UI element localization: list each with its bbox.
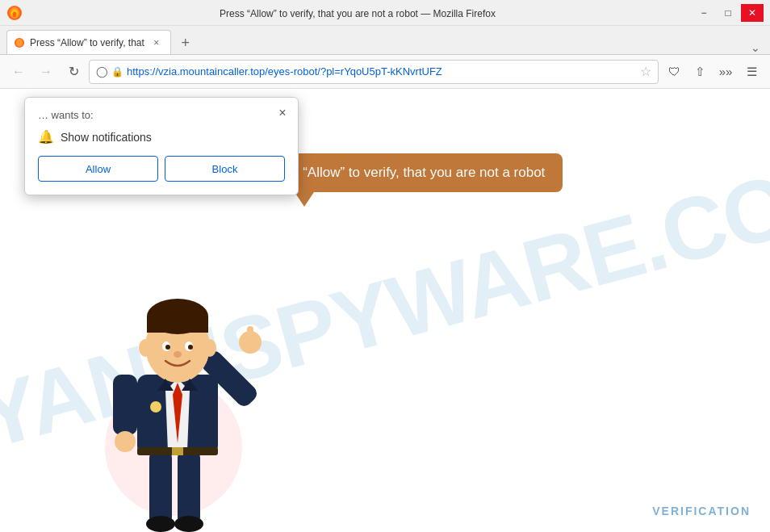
url-input[interactable]: [127, 65, 637, 77]
titlebar-controls: − □ ✕: [693, 4, 764, 22]
tab-close-button[interactable]: ×: [149, 36, 164, 50]
svg-point-30: [150, 401, 161, 413]
share-button[interactable]: ⇧: [688, 60, 712, 84]
svg-rect-6: [149, 451, 172, 524]
svg-rect-32: [172, 447, 183, 455]
notification-popup: × … wants to: 🔔 Show notifications Allow…: [24, 97, 299, 195]
new-tab-button[interactable]: +: [174, 31, 197, 54]
person-illustration: [85, 249, 270, 532]
svg-rect-13: [113, 375, 137, 435]
svg-point-5: [16, 39, 23, 47]
svg-point-14: [115, 431, 136, 452]
popup-permission-row: 🔔 Show notifications: [38, 129, 285, 145]
popup-permission-label: Show notifications: [61, 131, 152, 144]
firefox-logo-icon: [6, 5, 23, 21]
popup-wants-to-text: … wants to:: [38, 109, 285, 121]
svg-point-25: [139, 339, 152, 357]
svg-point-8: [146, 516, 175, 532]
close-button[interactable]: ✕: [741, 4, 764, 22]
extensions-button[interactable]: »»: [714, 60, 738, 84]
svg-point-24: [188, 345, 193, 350]
forward-button[interactable]: →: [34, 60, 58, 84]
verification-badge: VERIFICATION: [652, 505, 751, 517]
popup-close-button[interactable]: ×: [274, 104, 291, 122]
navbar: ← → ↻ ◯ 🔒 ☆ 🛡 ⇧ »» ☰: [0, 55, 770, 89]
svg-point-9: [174, 516, 203, 532]
svg-point-3: [13, 11, 17, 17]
svg-rect-7: [178, 451, 200, 524]
svg-point-23: [165, 345, 170, 350]
popup-buttons: Allow Block: [38, 156, 285, 182]
svg-point-27: [174, 351, 182, 358]
shield-button[interactable]: 🛡: [662, 60, 686, 84]
titlebar-left: [6, 5, 23, 21]
menu-button[interactable]: ☰: [739, 60, 764, 84]
svg-rect-17: [247, 326, 253, 346]
tab-favicon-icon: [14, 37, 25, 48]
back-button[interactable]: ←: [6, 60, 31, 84]
allow-button[interactable]: Allow: [38, 156, 158, 182]
titlebar-title: Press “Allow” to verify, that you are no…: [220, 8, 496, 19]
minimize-button[interactable]: −: [693, 4, 715, 22]
nav-right-icons: 🛡 ⇧ »» ☰: [662, 60, 764, 84]
bell-icon: 🔔: [38, 129, 54, 145]
tab-overflow-button[interactable]: ⌄: [747, 41, 764, 54]
tracking-protection-icon: ◯: [96, 65, 108, 77]
active-tab[interactable]: Press “Allow” to verify, that ×: [6, 30, 171, 54]
titlebar: Press “Allow” to verify, that you are no…: [0, 0, 770, 26]
restore-button[interactable]: □: [717, 4, 739, 22]
page-content: MYANTISPYWARE.COM Press “Allow” to verif…: [0, 89, 770, 532]
titlebar-center: Press “Allow” to verify, that you are no…: [23, 6, 693, 20]
lock-icon: 🔒: [111, 66, 123, 77]
tabbar: Press “Allow” to verify, that × + ⌄: [0, 26, 770, 55]
reload-button[interactable]: ↻: [61, 60, 86, 84]
tab-label: Press “Allow” to verify, that: [30, 37, 144, 48]
address-bar[interactable]: ◯ 🔒 ☆: [89, 60, 659, 84]
bookmark-star-icon[interactable]: ☆: [640, 64, 651, 79]
svg-point-26: [203, 339, 216, 357]
block-button[interactable]: Block: [165, 156, 285, 182]
svg-rect-20: [147, 316, 208, 333]
